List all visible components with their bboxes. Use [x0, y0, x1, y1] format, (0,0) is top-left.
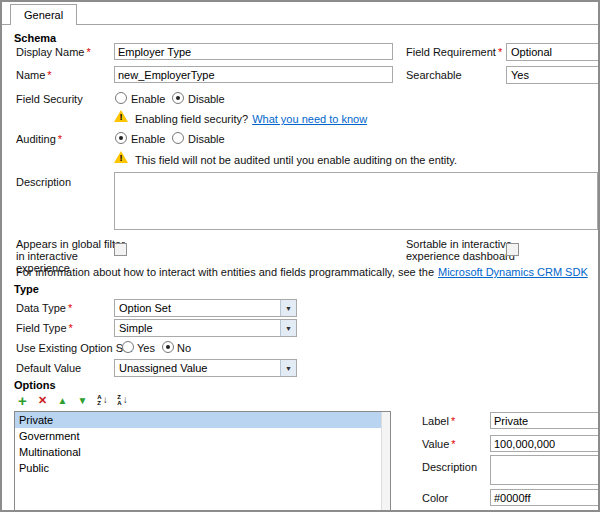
delete-icon: ✕	[38, 394, 47, 407]
option-description-textarea[interactable]	[490, 455, 600, 485]
data-type-label: Data Type	[16, 302, 66, 314]
list-item-public[interactable]: Public	[15, 460, 390, 476]
sortable-label: Sortable in interactive experience dashb…	[406, 238, 518, 262]
sortable-checkbox[interactable]	[506, 243, 519, 256]
options-toolbar: + ✕ ▲ ▼ AZ ↓ ZA ↓	[14, 392, 131, 408]
sort-descending-button[interactable]: ZA ↓	[114, 392, 131, 408]
auditing-disable-label[interactable]: Disable	[188, 133, 225, 145]
default-value-label: Default Value	[16, 362, 81, 374]
global-filter-checkbox[interactable]	[114, 243, 127, 256]
required-marker: *	[451, 415, 455, 427]
required-marker: *	[69, 322, 73, 334]
field-type-label: Field Type	[16, 322, 67, 334]
field-requirement-label: Field Requirement	[406, 46, 496, 58]
option-label-input[interactable]	[490, 412, 600, 429]
section-heading-schema: Schema	[14, 32, 56, 44]
field-requirement-value: Optional	[511, 46, 552, 58]
default-value-select[interactable]: Unassigned Value ▼	[114, 359, 297, 377]
use-existing-yes-label[interactable]: Yes	[137, 342, 155, 354]
plus-icon: +	[18, 393, 27, 408]
option-color-input[interactable]	[490, 489, 600, 506]
option-color-label: Color	[422, 492, 448, 504]
field-security-disable-label[interactable]: Disable	[188, 93, 225, 105]
field-security-warning-text: Enabling field security?	[135, 113, 248, 125]
sort-za-icon: ZA	[117, 394, 121, 406]
dropdown-arrow-icon[interactable]: ▼	[280, 300, 296, 316]
field-properties-panel: General Schema Display Name* Field Requi…	[0, 0, 600, 512]
list-item-government[interactable]: Government	[15, 428, 390, 444]
display-name-label: Display Name	[16, 46, 84, 58]
auditing-label: Auditing	[16, 133, 56, 145]
use-existing-yes-radio[interactable]	[122, 341, 134, 353]
searchable-value: Yes	[511, 69, 529, 81]
default-value-value: Unassigned Value	[119, 362, 207, 374]
section-heading-type: Type	[14, 283, 39, 295]
sdk-link[interactable]: Microsoft Dynamics CRM SDK	[438, 266, 588, 278]
options-listbox[interactable]: Private Government Multinational Public	[14, 411, 391, 512]
field-security-disable-radio[interactable]	[172, 92, 184, 104]
use-existing-label: Use Existing Option Set	[16, 342, 132, 354]
field-security-enable-label[interactable]: Enable	[131, 93, 165, 105]
name-input[interactable]	[114, 66, 393, 83]
field-security-label: Field Security	[16, 93, 83, 105]
required-marker: *	[86, 46, 90, 58]
sort-az-icon: AZ	[97, 394, 101, 406]
option-value-label: Value	[422, 438, 449, 450]
auditing-disable-radio[interactable]	[172, 132, 184, 144]
field-type-value: Simple	[119, 322, 153, 334]
auditing-enable-label[interactable]: Enable	[131, 133, 165, 145]
sort-ascending-button[interactable]: AZ ↓	[94, 392, 111, 408]
sdk-info-text: For information about how to interact wi…	[16, 266, 434, 278]
required-marker: *	[58, 133, 62, 145]
option-value-input[interactable]	[490, 435, 600, 452]
option-label-label: Label	[422, 415, 449, 427]
delete-option-button[interactable]: ✕	[34, 392, 51, 408]
move-up-button[interactable]: ▲	[54, 392, 71, 408]
data-type-select[interactable]: Option Set ▼	[114, 299, 297, 317]
add-option-button[interactable]: +	[14, 392, 31, 408]
tab-general[interactable]: General	[10, 4, 77, 25]
arrow-down-icon: ▼	[78, 395, 88, 406]
warning-icon: !	[114, 110, 128, 122]
option-description-label: Description	[422, 461, 477, 473]
auditing-warning-text: This field will not be audited until you…	[135, 154, 457, 166]
description-label: Description	[16, 176, 71, 188]
scrollbar-track[interactable]	[381, 412, 390, 512]
required-marker: *	[68, 302, 72, 314]
field-type-select[interactable]: Simple ▼	[114, 319, 297, 337]
dropdown-arrow-icon[interactable]: ▼	[280, 360, 296, 376]
use-existing-no-radio[interactable]	[162, 341, 174, 353]
dropdown-arrow-icon[interactable]: ▼	[280, 320, 296, 336]
auditing-enable-radio[interactable]	[115, 132, 127, 144]
tab-strip-divider	[2, 24, 600, 25]
name-label: Name	[16, 69, 45, 81]
move-down-button[interactable]: ▼	[74, 392, 91, 408]
sort-arrow-icon: ↓	[103, 395, 108, 405]
field-security-enable-radio[interactable]	[115, 92, 127, 104]
required-marker: *	[498, 46, 502, 58]
display-name-input[interactable]	[114, 43, 393, 60]
list-item-private[interactable]: Private	[15, 412, 390, 428]
field-security-help-link[interactable]: What you need to know	[252, 113, 367, 125]
use-existing-no-label[interactable]: No	[177, 342, 191, 354]
sort-arrow-icon: ↓	[123, 395, 128, 405]
searchable-select[interactable]: Yes ▼	[506, 66, 600, 84]
required-marker: *	[451, 438, 455, 450]
description-textarea[interactable]	[114, 172, 598, 230]
list-item-multinational[interactable]: Multinational	[15, 444, 390, 460]
arrow-up-icon: ▲	[58, 395, 68, 406]
data-type-value: Option Set	[119, 302, 171, 314]
section-heading-options: Options	[14, 379, 56, 391]
searchable-label: Searchable	[406, 69, 462, 81]
field-requirement-select[interactable]: Optional ▼	[506, 43, 600, 61]
warning-icon: !	[114, 151, 128, 163]
required-marker: *	[47, 69, 51, 81]
